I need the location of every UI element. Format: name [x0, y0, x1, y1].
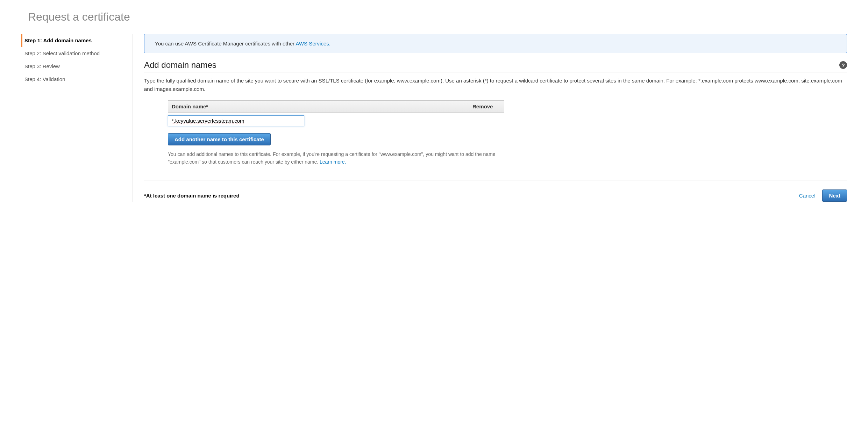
step-validation[interactable]: Step 4: Validation [21, 73, 133, 86]
learn-more-link[interactable]: Learn more. [320, 159, 346, 165]
page-title: Request a certificate [28, 10, 847, 23]
info-text: You can use AWS Certificate Manager cert… [155, 41, 296, 46]
column-domain-name: Domain name* [168, 101, 469, 112]
add-another-name-button[interactable]: Add another name to this certificate [168, 133, 271, 145]
wizard-steps: Step 1: Add domain names Step 2: Select … [21, 34, 133, 202]
column-remove: Remove [469, 101, 504, 112]
aws-services-link[interactable]: AWS Services. [296, 41, 330, 46]
step-select-validation-method[interactable]: Step 2: Select validation method [21, 47, 133, 60]
domain-name-input[interactable] [168, 115, 304, 126]
info-box: You can use AWS Certificate Manager cert… [144, 34, 847, 53]
cancel-button[interactable]: Cancel [799, 193, 816, 199]
section-title: Add domain names [144, 60, 216, 70]
required-note: *At least one domain name is required [144, 193, 240, 199]
next-button[interactable]: Next [822, 189, 847, 202]
help-icon[interactable]: ? [839, 61, 847, 69]
step-add-domain-names[interactable]: Step 1: Add domain names [21, 34, 133, 47]
section-description: Type the fully qualified domain name of … [144, 77, 847, 93]
domain-table-header: Domain name* Remove [168, 100, 504, 113]
step-review[interactable]: Step 3: Review [21, 60, 133, 73]
